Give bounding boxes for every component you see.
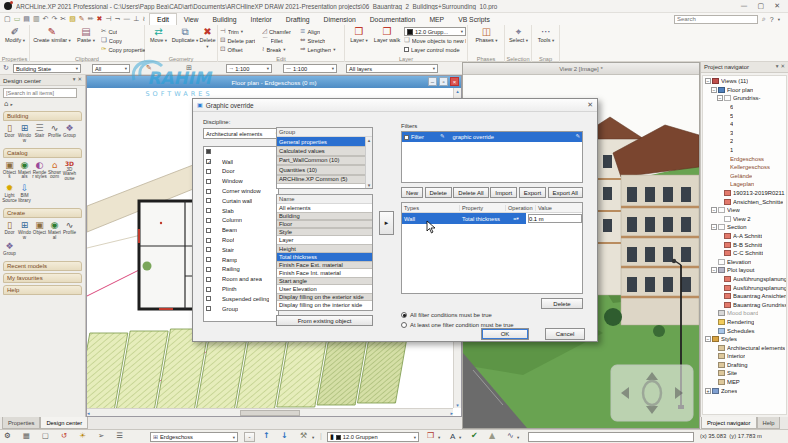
expand-icon[interactable]: + [705, 388, 711, 394]
type-row-door[interactable]: Door [204, 167, 278, 177]
tools-icon[interactable]: ⚒ [300, 432, 307, 440]
add-condition-button[interactable]: ► [379, 211, 394, 235]
pin-icon[interactable]: ▾ [776, 64, 779, 70]
maximize-button[interactable]: ▢ [758, 3, 765, 10]
tree-item-190313-2019r0211-lagepl-[interactable]: 190313-2019R0211 Lagepl... [703, 189, 786, 198]
tree-item-bauantrag-ansichten[interactable]: Bauantrag Ansichten [703, 292, 786, 301]
tree-item-rendering[interactable]: Rendering [703, 318, 786, 327]
type-checkbox[interactable] [206, 238, 211, 243]
type-checkbox[interactable] [206, 257, 211, 262]
name-row-style[interactable]: Style [277, 228, 372, 236]
ribbon-item-delete-part[interactable]: ⊟Delete part [220, 36, 260, 45]
catalog-item-showroom[interactable]: ⌂Showroom [47, 161, 62, 182]
navigation-pad[interactable] [611, 365, 693, 421]
checkbox[interactable] [404, 47, 409, 52]
grid-icon[interactable]: ▦ [23, 432, 30, 440]
menu-tab-vb-scripts[interactable]: VB Scripts [451, 13, 497, 25]
property-name-list[interactable]: Name All elementsBuildingFloorStyleLayer… [276, 194, 373, 311]
tree-item-2[interactable]: 2 [703, 137, 786, 146]
ribbon-item-cut[interactable]: ✂Cut [101, 27, 145, 36]
ribbon-item-12-0-grupp-[interactable]: 12.0 Grupp...▾ [404, 27, 466, 36]
collapse-icon[interactable]: − [705, 78, 711, 84]
refresh-icon[interactable]: ↻ [3, 65, 9, 72]
ribbon-item-offset[interactable]: ⊡Offset [220, 45, 260, 54]
tree-item-gel-nde[interactable]: Gelände [703, 172, 786, 181]
pen-scale-combo[interactable]: ¬1:100▾ [226, 64, 272, 73]
help-caret-icon[interactable]: ▾ [778, 17, 780, 22]
type-checkbox[interactable] [206, 306, 211, 311]
conditions-table[interactable]: Types Property Operation Value Wall Tota… [401, 202, 583, 294]
edit-filter-icon[interactable]: ✎ [440, 134, 445, 140]
menu-tab-drafting[interactable]: Drafting [279, 13, 317, 25]
ok-button[interactable]: OK [481, 328, 529, 340]
catalog-item-door[interactable]: ▯Door [2, 221, 17, 241]
tree-item-site[interactable]: Site [703, 369, 786, 378]
type-row-suspended-ceiling[interactable]: Suspended ceiling [204, 294, 278, 304]
name-row-all-elements[interactable]: All elements [277, 204, 372, 212]
raster-icon[interactable]: ⊞ [186, 65, 192, 72]
group-list[interactable]: Group General propertiesCalculated value… [276, 127, 373, 189]
collapse-icon[interactable]: − [711, 207, 717, 213]
name-row-start-angle[interactable]: Start angle [277, 277, 372, 285]
tree-item-ansichten-schnitte[interactable]: Ansichten_Schnitte [703, 197, 786, 206]
settings-icon[interactable]: ⚙ [4, 432, 11, 440]
material-caret-icon[interactable]: ▾ [438, 435, 440, 440]
floor-down-icon[interactable]: ↓ [281, 432, 288, 440]
undo-icon[interactable]: ↶ [43, 16, 49, 23]
catalog-item-3d-warehouse[interactable]: 3D3D Warehouse [62, 161, 77, 182]
ribbon-item-fillet[interactable]: ⌒Fillet [262, 36, 298, 45]
pencil-icon[interactable]: ✏ [88, 16, 94, 23]
section-header-create[interactable]: Create [3, 208, 82, 218]
design-center-search-input[interactable] [3, 88, 77, 98]
view3d-window-titlebar[interactable]: View 2 [Image] * [463, 63, 699, 75]
window-restore-icon[interactable]: ▫ [439, 77, 448, 86]
group-row-quantities-10-[interactable]: Quantities (10) [277, 165, 372, 174]
group-row-archline-xp-common-5-[interactable]: ARCHline.XP Common (5) [277, 175, 372, 184]
ribbon-item-stretch[interactable]: ⇔Stretch [300, 36, 343, 45]
type-checkbox[interactable] [206, 287, 211, 292]
tree-item-mood-board[interactable]: Mood board [703, 309, 786, 318]
dialog-close-icon[interactable]: ✕ [587, 102, 593, 109]
corner-icon[interactable]: ¬ [114, 16, 120, 23]
tree-item-4[interactable]: 4 [703, 120, 786, 129]
ribbon-button-tools[interactable]: ⋯Tools ▾ [536, 26, 556, 53]
type-row-curtain-wall[interactable]: Curtain wall [204, 196, 278, 206]
catalog-item-group[interactable]: ❖Group [2, 242, 17, 257]
ribbon-item-lengthen[interactable]: ⇒Lengthen▾ [300, 45, 343, 54]
tree-item-lageplan[interactable]: Lageplan [703, 180, 786, 189]
type-row-room-and-area[interactable]: Room and area [204, 274, 278, 284]
perpendicular-icon[interactable]: ⊥ [133, 16, 139, 23]
nodes-caret-icon[interactable]: ▾ [517, 435, 519, 440]
check-icon[interactable]: ✔ [471, 432, 478, 440]
help-icon[interactable]: ? [770, 16, 774, 23]
type-checkbox[interactable]: ✓ [206, 159, 211, 164]
search-icon[interactable]: ⌕ [762, 16, 766, 23]
open-icon[interactable]: ▭ [14, 16, 21, 23]
name-row-user-elevation[interactable]: User Elevation [277, 285, 372, 293]
catalog-item-profile[interactable]: ∿Profile [47, 124, 62, 144]
tree-item-views-11-[interactable]: −Views (11) [703, 77, 786, 86]
export-button[interactable]: Export [519, 187, 546, 198]
tree-item-a-a-schnitt[interactable]: A-A Schnitt [703, 232, 786, 241]
from-existing-object-button[interactable]: From existing object [276, 315, 373, 326]
menu-tab-documentation[interactable]: Documentation [363, 13, 423, 25]
name-row-floor[interactable]: Floor [277, 220, 372, 228]
tree-item-1[interactable]: 1 [703, 146, 786, 155]
new-button[interactable]: New [401, 187, 423, 198]
menu-tab-mep[interactable]: MEP [422, 13, 451, 25]
catalog-item-door[interactable]: ▯Door [2, 124, 17, 144]
trim-icon[interactable]: ⊣ [105, 16, 111, 23]
type-checkbox[interactable] [206, 247, 211, 252]
break-icon[interactable]: ≀ [142, 16, 145, 23]
catalog-item-profile[interactable]: ∿Profile [62, 221, 77, 241]
minimize-button[interactable]: — [741, 3, 748, 10]
name-row-height[interactable]: Height [277, 244, 372, 252]
tree-item-mep[interactable]: MEP [703, 378, 786, 387]
type-checkbox[interactable] [206, 198, 211, 203]
catalog-item-object[interactable]: ▣Object [32, 221, 47, 241]
tree-item-ausf-hrungsplanung-gru-[interactable]: Ausführungsplanung Gru... [703, 283, 786, 292]
frame-icon[interactable]: ▢ [42, 432, 49, 440]
catalog-item-group[interactable]: ❖Group [62, 124, 77, 144]
catalog-item-materials[interactable]: ◉Materials [17, 161, 32, 182]
tree-item-5[interactable]: 5 [703, 111, 786, 120]
